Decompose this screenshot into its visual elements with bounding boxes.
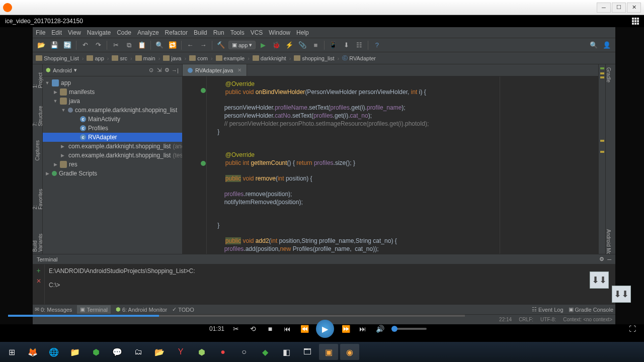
taskbar-app-icon[interactable]: 📂: [150, 344, 169, 360]
override-gutter-icon[interactable]: [201, 161, 206, 166]
hide-icon[interactable]: →|: [171, 66, 179, 74]
close-tab-icon[interactable]: ✕: [237, 67, 242, 73]
taskbar-app-icon[interactable]: 🗔: [298, 344, 317, 360]
volume-icon[interactable]: 🔊: [374, 323, 385, 334]
taskbar-app-icon[interactable]: ◧: [277, 344, 296, 360]
undo-icon[interactable]: ↶: [79, 40, 91, 51]
stop-icon[interactable]: ■: [265, 323, 276, 334]
menu-view[interactable]: View: [68, 29, 81, 36]
download-badge-icon[interactable]: ⬇⬇: [590, 272, 609, 289]
tab-captures[interactable]: Captures: [35, 138, 40, 163]
forward-icon[interactable]: ⏩: [340, 323, 351, 334]
prev-icon[interactable]: ⏮: [282, 323, 293, 334]
tab-favorites[interactable]: 2: Favorites: [32, 183, 43, 212]
override-gutter-icon[interactable]: [201, 88, 206, 93]
snapshot-icon[interactable]: ✂: [230, 323, 242, 334]
crumb[interactable]: Shopping_List: [36, 55, 79, 61]
tab-event-log[interactable]: ☷Event Log: [532, 306, 564, 313]
tab-build-variants[interactable]: Build Variants: [32, 221, 43, 254]
tree-node-pkg[interactable]: ▶com.example.darkknight.shopping_list (t…: [43, 151, 182, 160]
taskbar-app-icon[interactable]: ▣: [319, 344, 338, 360]
download-badge-icon[interactable]: ⬇⬇: [612, 286, 631, 303]
redo-icon[interactable]: ↷: [93, 40, 104, 51]
paste-icon[interactable]: 📋: [136, 40, 147, 51]
user-icon[interactable]: 👤: [601, 40, 612, 51]
volume-slider[interactable]: [391, 328, 427, 330]
avd-icon[interactable]: 📱: [328, 40, 339, 51]
tree-node-res[interactable]: ▶res: [43, 160, 182, 169]
play-button[interactable]: ▶: [316, 320, 334, 338]
replace-icon[interactable]: 🔁: [167, 40, 178, 51]
taskbar-app-icon[interactable]: Y: [171, 344, 190, 360]
tab-structure[interactable]: 7: Structure: [32, 100, 43, 128]
tab-terminal[interactable]: ▣Terminal: [77, 305, 111, 314]
menu-help[interactable]: Help: [296, 29, 309, 36]
editor-tab[interactable]: RVAdapter.java ✕: [183, 64, 247, 76]
menu-edit[interactable]: Edit: [51, 29, 62, 36]
crumb[interactable]: shopping_list: [294, 55, 334, 61]
gear-icon[interactable]: ⚙: [163, 66, 171, 74]
crumb[interactable]: src: [112, 55, 127, 61]
tab-project[interactable]: 1: Project: [32, 66, 43, 90]
tree-node-pkg[interactable]: ▶com.example.darkknight.shopping_list (a…: [43, 142, 182, 151]
tree-node-class[interactable]: cProfiles: [43, 124, 182, 133]
project-view-select[interactable]: ⬢ Android ▾: [46, 67, 147, 73]
tree-node-java[interactable]: ▼java: [43, 97, 182, 106]
back-icon[interactable]: ←: [185, 40, 196, 51]
cut-icon[interactable]: ✂: [110, 40, 121, 51]
tab-todo[interactable]: ✓TODO: [172, 306, 194, 313]
new-session-icon[interactable]: +: [36, 266, 40, 275]
tab-gradle[interactable]: Gradle: [606, 64, 611, 85]
make-icon[interactable]: 🔨: [215, 40, 226, 51]
menu-build[interactable]: Build: [194, 29, 207, 36]
taskbar-app-icon[interactable]: ○: [234, 344, 254, 360]
tree-node-pkg[interactable]: ▼com.example.darkknight.shopping_list: [43, 106, 182, 115]
sdk-icon[interactable]: ⬇: [341, 40, 352, 51]
tab-messages[interactable]: ✉0: Messages: [35, 306, 72, 313]
menu-analyze[interactable]: Analyze: [137, 29, 159, 36]
tab-gradle-console[interactable]: ▣Gradle Console: [569, 306, 613, 313]
fullscreen-icon[interactable]: ⛶: [629, 325, 636, 333]
save-icon[interactable]: 💾: [49, 40, 60, 51]
tree-node-app[interactable]: ▼app: [43, 78, 182, 87]
apply-changes-icon[interactable]: ⚡: [284, 40, 295, 51]
debug-icon[interactable]: 🐞: [271, 40, 282, 51]
tab-android-monitor[interactable]: ⬢6: Android Monitor: [116, 306, 167, 313]
next-icon[interactable]: ⏭: [357, 323, 368, 334]
menu-window[interactable]: Window: [269, 29, 290, 36]
hide-icon[interactable]: ─: [607, 256, 611, 262]
stop-icon[interactable]: ■: [310, 40, 321, 51]
crumb[interactable]: java: [163, 55, 181, 61]
forward-icon[interactable]: →: [198, 40, 209, 51]
seek-bar[interactable]: [8, 315, 465, 317]
crumb[interactable]: example: [216, 55, 245, 61]
project-structure-icon[interactable]: ☷: [354, 40, 365, 51]
menu-refactor[interactable]: Refactor: [165, 29, 188, 36]
maximize-button[interactable]: ☐: [612, 3, 626, 13]
taskbar-app-icon[interactable]: 🦊: [23, 344, 42, 360]
taskbar-app-icon[interactable]: ●: [213, 344, 232, 360]
menu-code[interactable]: Code: [117, 29, 131, 36]
close-session-icon[interactable]: ✕: [36, 278, 41, 285]
crumb[interactable]: main: [135, 55, 155, 61]
tree-node-class[interactable]: cMainActivity: [43, 115, 182, 124]
tiles-icon[interactable]: [632, 18, 639, 25]
taskbar-app-icon[interactable]: 🗂: [129, 344, 148, 360]
taskbar-app-icon[interactable]: 🌐: [44, 344, 63, 360]
crumb[interactable]: com: [189, 55, 208, 61]
help-icon[interactable]: ?: [371, 40, 382, 51]
crumb[interactable]: ⓒRVAdapter: [342, 54, 376, 62]
open-icon[interactable]: 📂: [36, 40, 47, 51]
minimize-button[interactable]: ─: [597, 3, 611, 13]
terminal-output[interactable]: E:\ANDROID\AndroidStudioProjects\Shoppin…: [45, 264, 615, 304]
gear-icon[interactable]: ⚙: [599, 256, 604, 262]
start-button[interactable]: ⊞: [2, 344, 21, 360]
taskbar-app-icon[interactable]: 📁: [65, 344, 85, 360]
tree-node-manifests[interactable]: ▶manifests: [43, 87, 182, 97]
collapse-icon[interactable]: ⇲: [155, 66, 163, 74]
taskbar-app-icon[interactable]: ◆: [256, 344, 275, 360]
sync-icon[interactable]: 🔄: [62, 40, 73, 51]
menu-tools[interactable]: Tools: [230, 29, 245, 36]
tree-node-gradle[interactable]: ▶Gradle Scripts: [43, 169, 182, 178]
run-config-select[interactable]: ▣ app ▾: [228, 41, 256, 49]
